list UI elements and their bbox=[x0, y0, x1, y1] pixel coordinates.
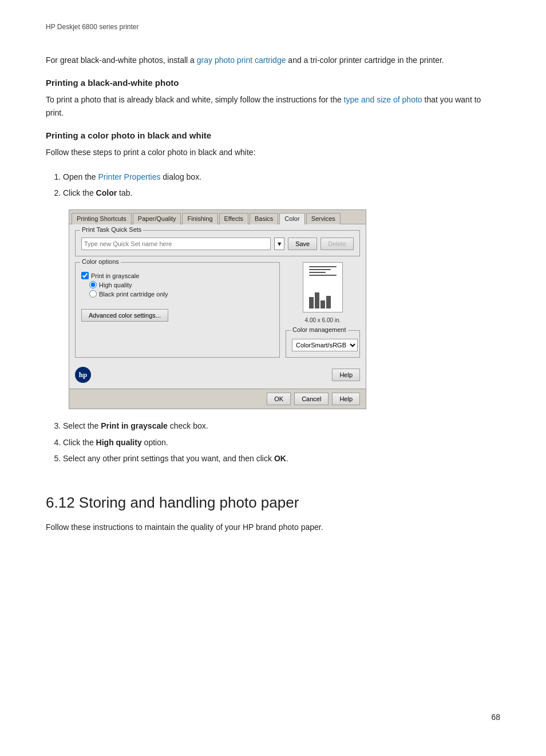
section-612: 6.12 Storing and handling photo paper Fo… bbox=[46, 488, 500, 533]
tab-services[interactable]: Services bbox=[306, 213, 341, 224]
step-2: Click the Color tab. bbox=[63, 187, 500, 199]
tab-printing-shortcuts[interactable]: Printing Shortcuts bbox=[72, 213, 132, 224]
section1-para: To print a photo that is already black a… bbox=[46, 93, 500, 119]
pqs-input[interactable] bbox=[81, 238, 271, 250]
hp-logo: hp bbox=[75, 367, 91, 383]
high-quality-row: High quality bbox=[89, 281, 274, 288]
pqs-group-title: Print Task Quick Sets bbox=[80, 226, 143, 233]
color-options-group: Color options Print in grayscale High qu… bbox=[75, 262, 280, 358]
dialog-tabs-bar: Printing Shortcuts Paper/Quality Finishi… bbox=[69, 210, 366, 224]
preview-bar-3 bbox=[321, 300, 325, 308]
preview-bars bbox=[309, 292, 337, 308]
black-cartridge-radio[interactable] bbox=[89, 290, 97, 298]
tab-color[interactable]: Color bbox=[279, 213, 304, 224]
black-cartridge-row: Black print cartridge only bbox=[89, 290, 274, 298]
type-size-link[interactable]: type and size of photo bbox=[344, 95, 422, 104]
preview-size-label: 4.00 x 6.00 in. bbox=[305, 317, 341, 323]
preview-line-1 bbox=[309, 266, 337, 267]
step-5: Select any other print settings that you… bbox=[63, 452, 500, 465]
print-task-quick-sets-group: Print Task Quick Sets ▼ Save Delete bbox=[75, 230, 360, 256]
section2-heading: Printing a color photo in black and whit… bbox=[46, 130, 500, 140]
section2-para: Follow these steps to print a color phot… bbox=[46, 146, 500, 159]
step-1: Open the Printer Properties dialog box. bbox=[63, 171, 500, 183]
color-options-title: Color options bbox=[80, 258, 121, 265]
dialog-footer: OK Cancel Help bbox=[69, 389, 366, 409]
gray-cartridge-link[interactable]: gray photo print cartridge bbox=[197, 56, 286, 65]
section-bw-photo: Printing a black-and-white photo To prin… bbox=[46, 78, 500, 119]
tab-finishing[interactable]: Finishing bbox=[182, 213, 217, 224]
help-button[interactable]: Help bbox=[332, 393, 360, 405]
preview-bar-2 bbox=[315, 292, 319, 308]
pqs-dropdown-arrow[interactable]: ▼ bbox=[274, 238, 284, 250]
dialog-screenshot: Printing Shortcuts Paper/Quality Finishi… bbox=[69, 209, 366, 409]
cancel-button[interactable]: Cancel bbox=[294, 393, 329, 405]
section-612-title: 6.12 Storing and handling photo paper bbox=[46, 488, 500, 512]
section-612-para: Follow these instructions to maintain th… bbox=[46, 521, 500, 533]
color-options-area: Color options Print in grayscale High qu… bbox=[75, 262, 360, 363]
color-management-select[interactable]: ColorSmart/sRGB bbox=[292, 339, 358, 351]
steps-after-list: Select the Print in grayscale check box.… bbox=[63, 419, 500, 465]
high-quality-label: High quality bbox=[99, 282, 132, 288]
print-grayscale-checkbox[interactable] bbox=[81, 272, 89, 279]
preview-lines bbox=[309, 266, 337, 278]
preview-bar-4 bbox=[326, 296, 331, 308]
delete-button[interactable]: Delete bbox=[321, 238, 354, 250]
dialog-inner-footer: hp Help bbox=[75, 363, 360, 383]
steps-list: Open the Printer Properties dialog box. … bbox=[63, 171, 500, 200]
step3-bold: Print in grayscale bbox=[101, 421, 168, 430]
intro-paragraph: For great black-and-white photos, instal… bbox=[46, 54, 500, 66]
tab-effects[interactable]: Effects bbox=[219, 213, 248, 224]
preview-image bbox=[303, 262, 343, 312]
page-number: 68 bbox=[491, 713, 500, 722]
tab-basics[interactable]: Basics bbox=[250, 213, 278, 224]
dialog-body: Print Task Quick Sets ▼ Save Delete Colo… bbox=[69, 224, 366, 389]
ok-button[interactable]: OK bbox=[267, 393, 291, 405]
page-header: HP Deskjet 6800 series printer bbox=[46, 23, 500, 31]
preview-line-3 bbox=[309, 272, 326, 273]
printer-properties-link[interactable]: Printer Properties bbox=[98, 172, 161, 181]
print-grayscale-row: Print in grayscale bbox=[81, 272, 274, 279]
color-mgmt-title: Color management bbox=[291, 326, 348, 333]
print-grayscale-label: Print in grayscale bbox=[91, 272, 139, 279]
color-tab-label: Color bbox=[96, 188, 117, 197]
step5-bold: OK bbox=[274, 454, 286, 463]
section-color-bw: Printing a color photo in black and whit… bbox=[46, 130, 500, 465]
color-management-group: Color management ColorSmart/sRGB bbox=[286, 330, 360, 358]
pqs-row: ▼ Save Delete bbox=[81, 238, 354, 250]
preview-line-4 bbox=[309, 275, 337, 276]
preview-bar-1 bbox=[309, 297, 314, 308]
high-quality-radio[interactable] bbox=[89, 281, 97, 288]
tab-paper-quality[interactable]: Paper/Quality bbox=[133, 213, 181, 224]
inner-help-button[interactable]: Help bbox=[332, 369, 360, 381]
black-cartridge-label: Black print cartridge only bbox=[99, 291, 168, 298]
step-3: Select the Print in grayscale check box. bbox=[63, 419, 500, 432]
step-4: Click the High quality option. bbox=[63, 436, 500, 449]
preview-line-2 bbox=[309, 269, 331, 270]
step4-bold: High quality bbox=[96, 438, 142, 447]
section1-heading: Printing a black-and-white photo bbox=[46, 78, 500, 88]
advanced-color-settings-button[interactable]: Advanced color settings... bbox=[81, 309, 168, 322]
save-button[interactable]: Save bbox=[288, 238, 317, 250]
preview-column: 4.00 x 6.00 in. Color management ColorSm… bbox=[286, 262, 360, 363]
header-title: HP Deskjet 6800 series printer bbox=[46, 23, 139, 31]
